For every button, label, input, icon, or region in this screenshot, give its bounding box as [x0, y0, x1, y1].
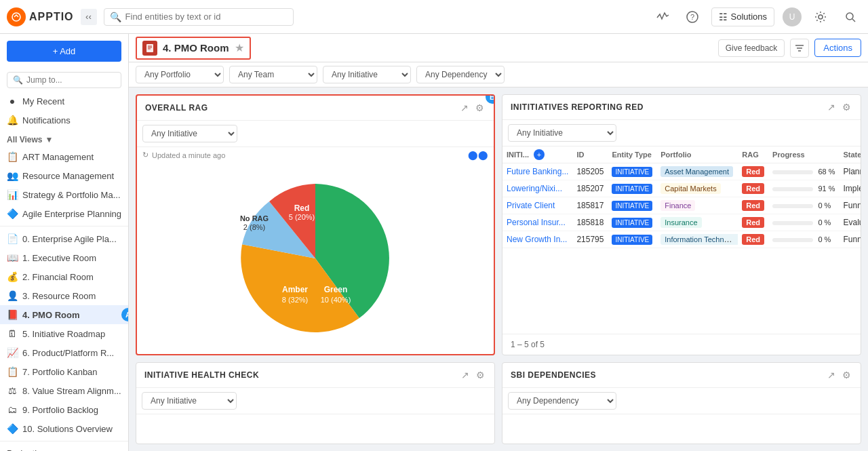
sbi-dependencies-panel: SBI DEPENDENCIES ↗ ⚙ Any Dependency [502, 362, 861, 445]
tab-title-text: 4. PMO Room [163, 42, 229, 54]
activity-icon[interactable] [652, 6, 673, 28]
health-settings-button[interactable]: ⚙ [475, 368, 486, 382]
search-input[interactable] [125, 12, 288, 22]
sidebar-item-notifications[interactable]: 🔔 Notifications [0, 111, 128, 130]
initiative-health-check-panel: INITIATIVE HEALTH CHECK ↗ ⚙ Any Initiati… [136, 362, 495, 445]
sidebar-item-resource-room[interactable]: 👤 3. Resource Room [0, 286, 128, 305]
art-icon: 📋 [7, 151, 18, 162]
add-column-button[interactable]: + [534, 149, 545, 160]
tab-bar: 4. PMO Room ★ Give feedback Actions [129, 34, 868, 62]
sbi-expand-button[interactable]: ↗ [826, 368, 837, 382]
sidebar-item-portfolio-backlog[interactable]: 🗂 9. Portfolio Backlog [0, 400, 128, 419]
executive-room-label: 1. Executive Room [22, 253, 96, 263]
actions-button[interactable]: Actions [814, 39, 861, 57]
pagination: 1 – 5 of 5 [502, 334, 861, 355]
search-box[interactable]: 🔍 [104, 8, 294, 26]
sidebar-item-strategy-portfolio[interactable]: 📊 Strategy & Portfolio Ma... [0, 185, 128, 204]
sidebar-item-product-platform[interactable]: 📈 6. Product/Platform R... [0, 343, 128, 362]
sidebar-item-portfolio-kanban[interactable]: 📋 7. Portfolio Kanban [0, 362, 128, 381]
initiatives-settings-button[interactable]: ⚙ [841, 100, 852, 114]
solutions-ov-icon: 🔷 [7, 423, 18, 434]
give-feedback-button[interactable]: Give feedback [718, 39, 785, 57]
svg-text:5 (20%): 5 (20%) [289, 213, 315, 221]
team-filter[interactable]: Any Team [229, 66, 317, 83]
strategy-icon: 📊 [7, 189, 18, 200]
svg-text:Red: Red [294, 203, 310, 213]
sidebar-item-my-recent[interactable]: ● My Recent [0, 92, 128, 111]
cell-progress: 0 % [768, 197, 839, 214]
cell-state: Evalu... [839, 214, 861, 231]
sbi-settings-button[interactable]: ⚙ [841, 368, 852, 382]
collapse-sidebar-button[interactable]: ‹‹ [81, 9, 97, 25]
initiatives-panel-header: INITITIATIVES REPORTING RED ↗ ⚙ [502, 95, 861, 120]
sidebar-item-pmo-room[interactable]: 📕 4. PMO Room A [0, 305, 128, 324]
main-area: + Add 🔍 ● My Recent 🔔 Notifications All … [0, 34, 868, 451]
strategy-portfolio-label: Strategy & Portfolio Ma... [22, 190, 121, 200]
tab-bar-right: Give feedback Actions [718, 39, 861, 58]
avatar[interactable]: U [783, 7, 802, 26]
resource-management-label: Resource Management [22, 171, 114, 181]
health-filter-row: Any Initiative [136, 388, 494, 414]
sidebar-search[interactable]: 🔍 [7, 72, 121, 88]
enterprise-icon: 📄 [7, 233, 18, 244]
add-button[interactable]: + Add [7, 41, 121, 62]
sidebar-item-agile-enterprise[interactable]: 🔷 Agile Enterprise Planning [0, 204, 128, 223]
sidebar: + Add 🔍 ● My Recent 🔔 Notifications All … [0, 34, 129, 451]
cell-rag: Red [738, 214, 768, 231]
settings-icon[interactable] [810, 6, 831, 28]
solutions-button[interactable]: ☷ Solutions [711, 7, 774, 26]
agile-icon: 🔷 [7, 208, 18, 219]
health-panel-title: INITIATIVE HEALTH CHECK [144, 370, 259, 380]
table-row: New Growth In... 215795 INITIATIVE Infor… [502, 231, 861, 248]
initiatives-panel-title: INITITIATIVES REPORTING RED [511, 102, 644, 112]
sbi-dependency-filter[interactable]: Any Dependency [508, 392, 616, 410]
initiatives-initiative-filter[interactable]: Any Initiative [508, 124, 616, 142]
health-expand-button[interactable]: ↗ [460, 368, 471, 382]
help-icon[interactable]: ? [682, 6, 703, 28]
cell-rag: Red [738, 163, 768, 180]
jump-input[interactable] [26, 75, 115, 85]
global-search-icon[interactable] [840, 6, 861, 28]
cell-portfolio: Asset Management [656, 163, 738, 180]
cell-id: 215795 [572, 231, 608, 248]
initiative-filter[interactable]: Any Initiative [323, 66, 411, 83]
sidebar-item-art-management[interactable]: 📋 ART Management [0, 147, 128, 166]
resource-room-label: 3. Resource Room [22, 291, 96, 301]
all-views-section[interactable]: All Views ▼ [0, 130, 128, 147]
label-b-badge: B [486, 94, 495, 104]
pmo-icon: 📕 [7, 309, 18, 320]
panels-area: OVERALL RAG B ↗ ⚙ Any Initiative ↻ [129, 87, 868, 451]
sbi-panel-header: SBI DEPENDENCIES ↗ ⚙ [502, 363, 861, 388]
health-initiative-filter[interactable]: Any Initiative [142, 392, 237, 410]
sidebar-item-executive-room[interactable]: 📖 1. Executive Room [0, 248, 128, 267]
rag-settings-button[interactable]: ⚙ [474, 101, 486, 115]
svg-point-0 [12, 13, 20, 21]
cell-portfolio: Capital Markets [656, 180, 738, 197]
dependency-filter[interactable]: Any Dependency [416, 66, 505, 83]
rag-panel-header-right: ↗ ⚙ [459, 101, 486, 115]
portfolio-kanban-label: 7. Portfolio Kanban [22, 367, 98, 377]
cell-portfolio: Insurance [656, 214, 738, 231]
sidebar-item-budgeting[interactable]: Budgeting [0, 444, 128, 451]
health-panel-header-right: ↗ ⚙ [460, 368, 486, 382]
rag-expand-button[interactable]: ↗ [459, 101, 470, 115]
notifications-label: Notifications [22, 115, 71, 125]
clock-icon: ● [7, 96, 18, 106]
filter-icon-button[interactable] [790, 39, 809, 58]
portfolio-filter[interactable]: Any Portfolio [136, 66, 224, 83]
rag-initiative-filter[interactable]: Any Initiative [142, 125, 237, 142]
cell-rag: Red [738, 197, 768, 214]
color-dots-icon: ⬤⬤ [468, 150, 488, 160]
col-entity-type: Entity Type [608, 146, 656, 163]
sidebar-item-solutions-overview[interactable]: 🔷 10. Solutions Overview [0, 419, 128, 438]
sidebar-item-value-stream[interactable]: ⚖ 8. Value Stream Alignm... [0, 381, 128, 400]
initiatives-table: INITI... + ID Entity Type Portfolio RAG … [502, 146, 861, 248]
star-button[interactable]: ★ [235, 41, 244, 54]
portfolio-backlog-label: 9. Portfolio Backlog [22, 405, 98, 415]
sidebar-item-financial-room[interactable]: 💰 2. Financial Room [0, 267, 128, 286]
sidebar-item-resource-management[interactable]: 👥 Resource Management [0, 166, 128, 185]
sidebar-item-initiative-roadmap[interactable]: 🗓 5. Initiative Roadmap [0, 324, 128, 343]
cell-portfolio: Finance [656, 197, 738, 214]
initiatives-expand-button[interactable]: ↗ [826, 100, 837, 114]
sidebar-item-enterprise-agile[interactable]: 📄 0. Enterprise Agile Pla... [0, 229, 128, 248]
